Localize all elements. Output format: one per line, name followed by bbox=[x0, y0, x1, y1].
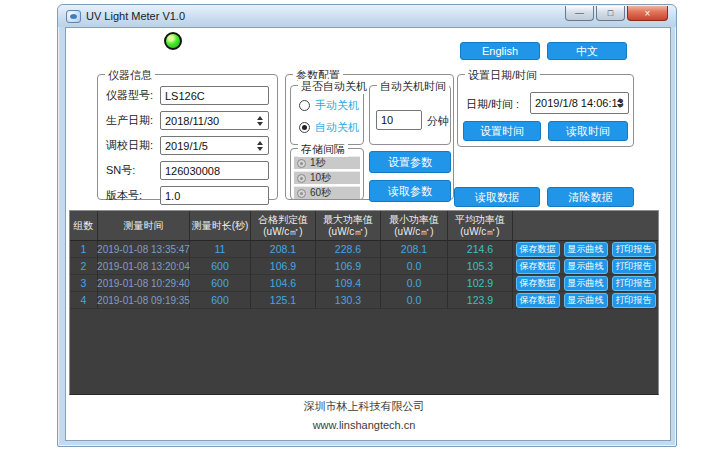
auto-off-radio[interactable]: 自动关机 bbox=[299, 120, 359, 135]
device-model-row: 仪器型号: LS126C bbox=[106, 86, 269, 105]
read-time-button[interactable]: 读取时间 bbox=[548, 121, 628, 141]
col-header-max: 最大功率值(uW/c㎡) bbox=[316, 211, 381, 241]
set-time-button[interactable]: 设置时间 bbox=[463, 121, 541, 141]
spinner-icon[interactable] bbox=[254, 113, 266, 128]
table-cell-duration[interactable]: 600 bbox=[190, 292, 251, 309]
radio-icon bbox=[299, 100, 310, 111]
spinner-icon[interactable] bbox=[614, 94, 626, 112]
interval-10s-radio[interactable]: 10秒 bbox=[294, 171, 360, 184]
print-report-button[interactable]: 打印报告 bbox=[612, 276, 656, 291]
table-cell-pass[interactable]: 106.9 bbox=[251, 258, 316, 275]
table-cell-pass[interactable]: 125.1 bbox=[251, 292, 316, 309]
production-date-field[interactable]: 2018/11/30 bbox=[160, 111, 269, 130]
col-header-avg: 平均功率值(uW/c㎡) bbox=[448, 211, 513, 241]
table-cell-min[interactable]: 0.0 bbox=[381, 258, 448, 275]
table-cell-time[interactable]: 2019-01-08 10:29:40 bbox=[98, 275, 190, 292]
col-header-actions bbox=[513, 211, 658, 241]
table-cell-avg[interactable]: 123.9 bbox=[448, 292, 513, 309]
table-cell-group[interactable]: 1 bbox=[70, 241, 98, 258]
table-cell-group[interactable]: 4 bbox=[70, 292, 98, 309]
language-english-button[interactable]: English bbox=[460, 42, 540, 60]
device-info-title: 仪器信息 bbox=[105, 68, 155, 83]
radio-disabled-icon bbox=[297, 174, 306, 183]
auto-off-time-title: 自动关机时间 bbox=[377, 79, 449, 94]
table-cell-pass[interactable]: 208.1 bbox=[251, 241, 316, 258]
save-data-button[interactable]: 保存数据 bbox=[516, 293, 560, 308]
table-cell-duration[interactable]: 600 bbox=[190, 258, 251, 275]
save-data-button[interactable]: 保存数据 bbox=[516, 242, 560, 257]
table-cell-min[interactable]: 208.1 bbox=[381, 241, 448, 258]
close-button[interactable]: × bbox=[627, 6, 668, 21]
set-params-button[interactable]: 设置参数 bbox=[369, 151, 451, 173]
table-row-actions: 保存数据 显示曲线 打印报告 bbox=[513, 241, 658, 258]
interval-60s-label: 60秒 bbox=[310, 186, 331, 200]
calibration-date-field[interactable]: 2019/1/5 bbox=[160, 136, 269, 155]
storage-interval-title: 存储间隔 bbox=[298, 142, 348, 157]
app-icon bbox=[66, 10, 81, 23]
auto-off-label: 自动关机 bbox=[315, 120, 359, 135]
datetime-field[interactable]: 2019/1/8 14:06:13 bbox=[530, 92, 629, 114]
print-report-button[interactable]: 打印报告 bbox=[612, 242, 656, 257]
datetime-label: 日期/时间 : bbox=[466, 97, 519, 112]
table-cell-duration[interactable]: 11 bbox=[190, 241, 251, 258]
table-cell-duration[interactable]: 600 bbox=[190, 275, 251, 292]
read-data-button[interactable]: 读取数据 bbox=[454, 187, 540, 207]
serial-number-field[interactable]: 126030008 bbox=[160, 161, 269, 180]
print-report-button[interactable]: 打印报告 bbox=[612, 259, 656, 274]
radio-disabled-icon bbox=[297, 189, 306, 198]
version-label: 版本号: bbox=[106, 188, 160, 203]
auto-off-title: 是否自动关机 bbox=[298, 79, 370, 94]
manual-off-radio[interactable]: 手动关机 bbox=[299, 98, 359, 113]
footer-website: www.linshangtech.cn bbox=[69, 419, 659, 431]
caption-buttons: — □ × bbox=[565, 6, 668, 21]
window-title: UV Light Meter V1.0 bbox=[86, 10, 185, 22]
show-curve-button[interactable]: 显示曲线 bbox=[564, 276, 608, 291]
version-field[interactable]: 1.0 bbox=[160, 186, 269, 205]
read-params-button[interactable]: 读取参数 bbox=[369, 180, 451, 202]
save-data-button[interactable]: 保存数据 bbox=[516, 276, 560, 291]
device-model-field[interactable]: LS126C bbox=[160, 86, 269, 105]
datetime-value: 2019/1/8 14:06:13 bbox=[535, 97, 624, 109]
storage-interval-group: 存储间隔 1秒 10秒 60秒 bbox=[290, 148, 364, 200]
param-config-group: 参数配置 是否自动关机 手动关机 自动关机 自动关机时间 10 分钟 存储间隔 bbox=[285, 74, 454, 200]
show-curve-button[interactable]: 显示曲线 bbox=[564, 259, 608, 274]
table-cell-pass[interactable]: 104.6 bbox=[251, 275, 316, 292]
show-curve-button[interactable]: 显示曲线 bbox=[564, 293, 608, 308]
print-report-button[interactable]: 打印报告 bbox=[612, 293, 656, 308]
language-chinese-button[interactable]: 中文 bbox=[547, 42, 627, 60]
table-cell-time[interactable]: 2019-01-08 13:20:04 bbox=[98, 258, 190, 275]
table-row-actions: 保存数据 显示曲线 打印报告 bbox=[513, 292, 658, 309]
interval-60s-radio[interactable]: 60秒 bbox=[294, 186, 360, 199]
table-cell-avg[interactable]: 105.3 bbox=[448, 258, 513, 275]
device-model-label: 仪器型号: bbox=[106, 88, 160, 103]
table-cell-min[interactable]: 0.0 bbox=[381, 292, 448, 309]
table-cell-max[interactable]: 130.3 bbox=[316, 292, 381, 309]
table-cell-min[interactable]: 0.0 bbox=[381, 275, 448, 292]
device-info-group: 仪器信息 仪器型号: LS126C 生产日期: 2018/11/30 调校日期:… bbox=[97, 74, 278, 200]
col-header-time: 测量时间 bbox=[98, 211, 190, 241]
clear-data-button[interactable]: 清除数据 bbox=[547, 187, 634, 207]
measurement-table: 组数 测量时间 测量时长(秒) 合格判定值(uW/c㎡) 最大功率值(uW/c㎡… bbox=[69, 210, 659, 395]
table-cell-max[interactable]: 109.4 bbox=[316, 275, 381, 292]
table-cell-max[interactable]: 106.9 bbox=[316, 258, 381, 275]
table-cell-avg[interactable]: 214.6 bbox=[448, 241, 513, 258]
show-curve-button[interactable]: 显示曲线 bbox=[564, 242, 608, 257]
minimize-button[interactable]: — bbox=[565, 6, 594, 21]
table-cell-max[interactable]: 228.6 bbox=[316, 241, 381, 258]
version-row: 版本号: 1.0 bbox=[106, 186, 269, 205]
table-cell-time[interactable]: 2019-01-08 13:35:47 bbox=[98, 241, 190, 258]
save-data-button[interactable]: 保存数据 bbox=[516, 259, 560, 274]
table-cell-avg[interactable]: 102.9 bbox=[448, 275, 513, 292]
spinner-icon[interactable] bbox=[254, 138, 266, 153]
maximize-button[interactable]: □ bbox=[596, 6, 625, 21]
table-cell-time[interactable]: 2019-01-08 09:19:35 bbox=[98, 292, 190, 309]
col-header-min: 最小功率值(uW/c㎡) bbox=[381, 211, 448, 241]
table-cell-group[interactable]: 3 bbox=[70, 275, 98, 292]
table-cell-group[interactable]: 2 bbox=[70, 258, 98, 275]
interval-1s-radio[interactable]: 1秒 bbox=[294, 156, 360, 169]
auto-off-time-field[interactable]: 10 bbox=[376, 110, 422, 130]
app-window: UV Light Meter V1.0 — □ × English 中文 仪器信… bbox=[57, 4, 677, 447]
table-row-actions: 保存数据 显示曲线 打印报告 bbox=[513, 258, 658, 275]
serial-number-label: SN号: bbox=[106, 163, 160, 178]
table-row-actions: 保存数据 显示曲线 打印报告 bbox=[513, 275, 658, 292]
